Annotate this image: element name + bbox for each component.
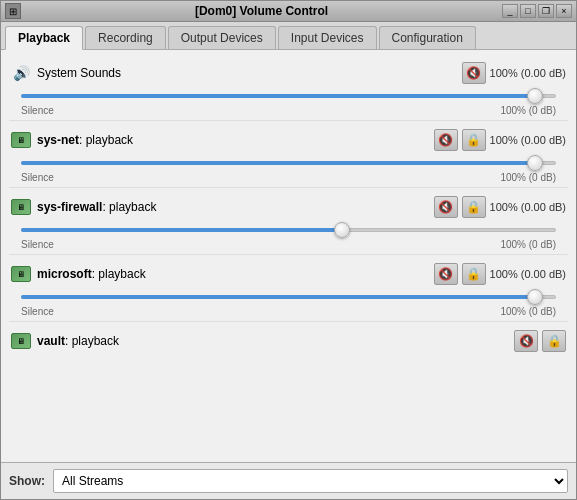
slider-thumb-microsoft[interactable] (527, 289, 543, 305)
window-menu-icon[interactable]: ⊞ (5, 3, 21, 19)
slider-max-label: 100% (0 dB) (500, 239, 556, 250)
channel-vault: 🖥 vault: playback 🔇 🔒 (9, 326, 568, 360)
restore-button[interactable]: ❐ (538, 4, 554, 18)
vm-icon-sys-net: 🖥 (11, 132, 31, 148)
lock-button-sys-net[interactable]: 🔒 (462, 129, 486, 151)
slider-thumb-sys-firewall[interactable] (334, 222, 350, 238)
channel-sys-net: 🖥 sys-net: playback 🔇 🔒 100% (0.00 dB) S… (9, 125, 568, 188)
mute-button-vault[interactable]: 🔇 (514, 330, 538, 352)
channel-name-vault: vault: playback (37, 334, 119, 348)
minimize-button[interactable]: _ (502, 4, 518, 18)
vm-icon-microsoft: 🖥 (11, 266, 31, 282)
volume-label-system-sounds: 100% (0.00 dB) (490, 67, 566, 79)
slider-max-label: 100% (0 dB) (500, 172, 556, 183)
mute-button-sys-net[interactable]: 🔇 (434, 129, 458, 151)
close-button[interactable]: × (556, 4, 572, 18)
tab-input-devices[interactable]: Input Devices (278, 26, 377, 49)
channel-name-sys-net: sys-net: playback (37, 133, 133, 147)
slider-thumb-sys-net[interactable] (527, 155, 543, 171)
channel-sys-firewall: 🖥 sys-firewall: playback 🔇 🔒 100% (0.00 … (9, 192, 568, 255)
lock-button-vault[interactable]: 🔒 (542, 330, 566, 352)
slider-system-sounds: Silence 100% (0 dB) (11, 88, 566, 116)
mute-button-microsoft[interactable]: 🔇 (434, 263, 458, 285)
tab-recording[interactable]: Recording (85, 26, 166, 49)
slider-sys-net: Silence 100% (0 dB) (11, 155, 566, 183)
slider-max-label: 100% (0 dB) (500, 306, 556, 317)
lock-button-microsoft[interactable]: 🔒 (462, 263, 486, 285)
volume-label-microsoft: 100% (0.00 dB) (490, 268, 566, 280)
slider-min-label: Silence (21, 239, 54, 250)
slider-min-label: Silence (21, 306, 54, 317)
channel-name-microsoft: microsoft: playback (37, 267, 146, 281)
tab-configuration[interactable]: Configuration (379, 26, 476, 49)
channel-microsoft: 🖥 microsoft: playback 🔇 🔒 100% (0.00 dB)… (9, 259, 568, 322)
tab-playback[interactable]: Playback (5, 26, 83, 50)
window-content: Playback Recording Output Devices Input … (0, 22, 577, 500)
titlebar: ⊞ [Dom0] Volume Control _ □ ❐ × (0, 0, 577, 22)
volume-label-sys-net: 100% (0.00 dB) (490, 134, 566, 146)
mute-button-system-sounds[interactable]: 🔇 (462, 62, 486, 84)
tab-output-devices[interactable]: Output Devices (168, 26, 276, 49)
show-select[interactable]: All Streams Applications Virtual Machine… (53, 469, 568, 493)
speaker-icon: 🔊 (11, 63, 31, 83)
vm-icon-sys-firewall: 🖥 (11, 199, 31, 215)
channel-system-sounds: 🔊 System Sounds 🔇 100% (0.00 dB) Silence… (9, 58, 568, 121)
footer: Show: All Streams Applications Virtual M… (1, 462, 576, 499)
lock-button-sys-firewall[interactable]: 🔒 (462, 196, 486, 218)
slider-sys-firewall: Silence 100% (0 dB) (11, 222, 566, 250)
window-title: [Dom0] Volume Control (195, 4, 328, 18)
channel-name-sys-firewall: sys-firewall: playback (37, 200, 156, 214)
show-label: Show: (9, 474, 45, 488)
slider-microsoft: Silence 100% (0 dB) (11, 289, 566, 317)
channels-list: 🔊 System Sounds 🔇 100% (0.00 dB) Silence… (1, 50, 576, 462)
volume-label-sys-firewall: 100% (0.00 dB) (490, 201, 566, 213)
channel-name-system-sounds: System Sounds (37, 66, 121, 80)
slider-min-label: Silence (21, 105, 54, 116)
slider-min-label: Silence (21, 172, 54, 183)
maximize-button[interactable]: □ (520, 4, 536, 18)
mute-button-sys-firewall[interactable]: 🔇 (434, 196, 458, 218)
vm-icon-vault: 🖥 (11, 333, 31, 349)
slider-max-label: 100% (0 dB) (500, 105, 556, 116)
tab-bar: Playback Recording Output Devices Input … (1, 22, 576, 50)
slider-thumb-system-sounds[interactable] (527, 88, 543, 104)
